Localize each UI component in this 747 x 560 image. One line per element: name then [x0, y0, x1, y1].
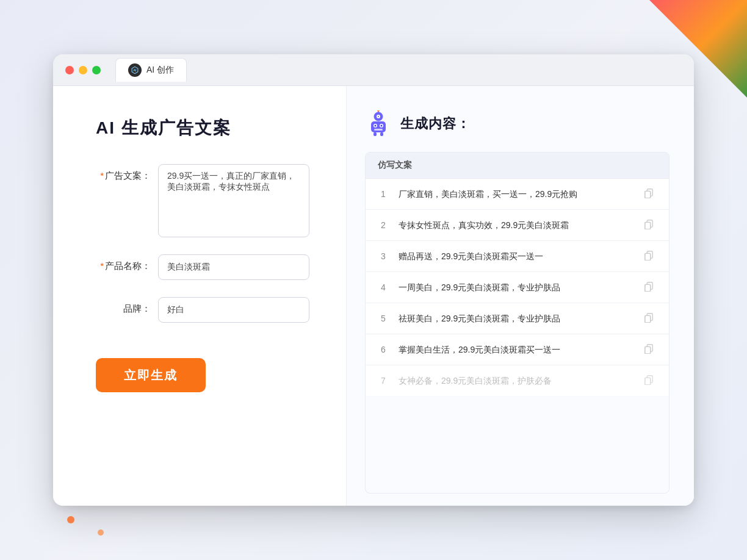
- svg-rect-25: [645, 284, 651, 292]
- row-number: 3: [378, 251, 389, 261]
- table-row: 1 厂家直销，美白淡斑霜，买一送一，29.9元抢购: [366, 179, 669, 210]
- row-number: 5: [378, 314, 389, 323]
- form-group-product-name: *产品名称： 美白淡斑霜: [96, 254, 309, 280]
- row-number: 1: [378, 189, 389, 199]
- table-row: 2 专抹女性斑点，真实功效，29.9元美白淡斑霜: [366, 210, 669, 241]
- robot-icon: [365, 110, 392, 137]
- copy-icon[interactable]: [643, 343, 657, 356]
- svg-rect-12: [374, 129, 383, 131]
- copy-icon[interactable]: [643, 218, 657, 232]
- ad-copy-input[interactable]: 29.9买一送一，真正的厂家直销，美白淡斑霜，专抹女性斑点: [158, 164, 309, 237]
- svg-text:AI: AI: [134, 69, 137, 72]
- required-star-2: *: [100, 260, 104, 271]
- copy-icon[interactable]: [643, 249, 657, 263]
- svg-point-10: [375, 125, 377, 127]
- result-header: 生成内容：: [365, 110, 669, 137]
- row-number: 7: [378, 376, 389, 386]
- main-content: AI 生成广告文案 *广告文案： 29.9买一送一，真正的厂家直销，美白淡斑霜，…: [53, 86, 694, 506]
- ad-copy-label: *广告文案：: [96, 164, 151, 182]
- copy-icon[interactable]: [643, 187, 657, 201]
- result-title: 生成内容：: [400, 115, 471, 133]
- row-text: 掌握美白生活，29.9元美白淡斑霜买一送一: [399, 343, 633, 356]
- brand-input[interactable]: 好白: [158, 297, 309, 323]
- row-text: 赠品再送，29.9元美白淡斑霜买一送一: [399, 250, 633, 263]
- form-group-brand: 品牌： 好白: [96, 297, 309, 323]
- svg-rect-19: [645, 222, 651, 229]
- table-row-faded: 7 女神必备，29.9元美白淡斑霜，护肤必备: [366, 365, 669, 396]
- dot-decoration-1: [67, 516, 74, 523]
- svg-rect-22: [645, 253, 651, 260]
- table-row: 3 赠品再送，29.9元美白淡斑霜买一送一: [366, 241, 669, 272]
- dot-decoration-2: [98, 529, 104, 536]
- tab-label: AI 创作: [146, 65, 174, 76]
- brand-label: 品牌：: [96, 297, 151, 315]
- right-panel: 生成内容： 仿写文案 1 厂家直销，美白淡斑霜，买一送一，29.9元抢购: [346, 86, 694, 506]
- fullscreen-button[interactable]: [92, 66, 101, 74]
- svg-rect-34: [645, 378, 651, 385]
- product-name-input[interactable]: 美白淡斑霜: [158, 254, 309, 280]
- ai-tab-icon: AI: [128, 63, 142, 77]
- product-name-label: *产品名称：: [96, 254, 151, 272]
- row-text: 专抹女性斑点，真实功效，29.9元美白淡斑霜: [399, 219, 633, 232]
- form-group-ad-copy: *广告文案： 29.9买一送一，真正的厂家直销，美白淡斑霜，专抹女性斑点: [96, 164, 309, 237]
- svg-point-4: [378, 116, 379, 117]
- copy-icon[interactable]: [643, 312, 657, 325]
- results-table: 仿写文案 1 厂家直销，美白淡斑霜，买一送一，29.9元抢购: [365, 152, 669, 494]
- table-row: 6 掌握美白生活，29.9元美白淡斑霜买一送一: [366, 334, 669, 365]
- minimize-button[interactable]: [79, 66, 87, 74]
- page-title: AI 生成广告文案: [96, 117, 309, 140]
- row-text: 祛斑美白，29.9元美白淡斑霜，专业护肤品: [399, 312, 633, 325]
- table-row: 5 祛斑美白，29.9元美白淡斑霜，专业护肤品: [366, 303, 669, 334]
- row-number: 4: [378, 282, 389, 292]
- table-body: 1 厂家直销，美白淡斑霜，买一送一，29.9元抢购 2 专抹女性斑点: [366, 179, 669, 396]
- svg-point-6: [377, 110, 380, 112]
- svg-rect-31: [645, 346, 651, 354]
- titlebar: AI AI 创作: [53, 54, 694, 86]
- svg-rect-7: [371, 121, 386, 132]
- table-row: 4 一周美白，29.9元美白淡斑霜，专业护肤品: [366, 272, 669, 303]
- row-text: 女神必备，29.9元美白淡斑霜，护肤必备: [399, 375, 633, 387]
- row-number: 2: [378, 220, 389, 230]
- required-star-1: *: [100, 170, 104, 181]
- traffic-lights: [65, 66, 101, 74]
- copy-icon[interactable]: [643, 281, 657, 294]
- generate-button[interactable]: 立即生成: [96, 358, 206, 392]
- close-button[interactable]: [65, 66, 74, 74]
- left-panel: AI 生成广告文案 *广告文案： 29.9买一送一，真正的厂家直销，美白淡斑霜，…: [53, 86, 346, 506]
- row-text: 厂家直销，美白淡斑霜，买一送一，29.9元抢购: [399, 188, 633, 201]
- svg-rect-13: [374, 132, 377, 136]
- table-header: 仿写文案: [366, 153, 669, 179]
- svg-rect-16: [645, 191, 651, 198]
- copy-icon[interactable]: [643, 374, 657, 387]
- row-text: 一周美白，29.9元美白淡斑霜，专业护肤品: [399, 281, 633, 294]
- browser-window: AI AI 创作 AI 生成广告文案 *广告文案： 29.9买一送一，真正的厂家…: [53, 54, 694, 506]
- tab-ai-creation[interactable]: AI AI 创作: [115, 58, 187, 82]
- svg-point-11: [381, 125, 383, 127]
- svg-rect-14: [380, 132, 383, 136]
- svg-rect-28: [645, 315, 651, 323]
- row-number: 6: [378, 345, 389, 354]
